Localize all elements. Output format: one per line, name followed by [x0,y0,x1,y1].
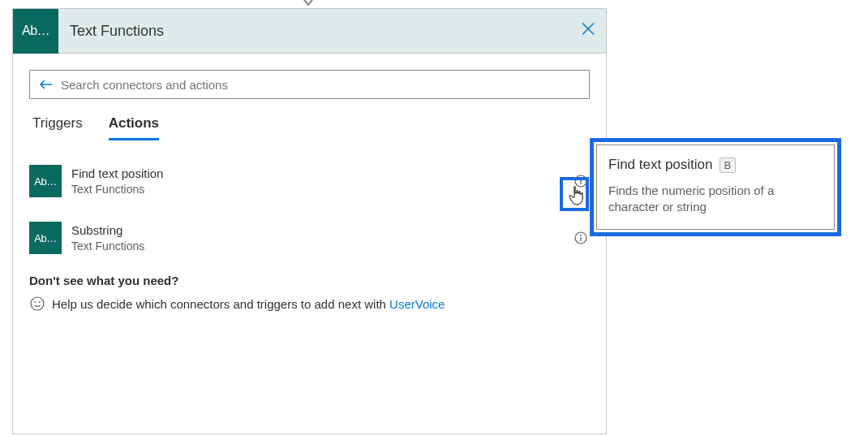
hint-text: Help us decide which connectors and trig… [52,297,445,311]
uservoice-link[interactable]: UserVoice [389,297,445,311]
action-subtitle: Text Functions [71,239,590,253]
tooltip-description: Finds the numeric position of a characte… [608,183,823,216]
smiley-icon [29,296,45,312]
text-functions-icon: Ab… [13,9,58,54]
connector-panel: Ab… Text Functions Triggers Actions Ab… … [12,8,607,434]
action-list: Ab… Find text position Text Functions Ab… [29,160,590,259]
tooltip-badge: B [720,158,737,173]
action-text: Find text position Text Functions [71,166,590,196]
hint-text-before: Help us decide which connectors and trig… [52,297,389,311]
tooltip: Find text position B Finds the numeric p… [596,145,835,230]
text-functions-icon: Ab… [29,165,62,197]
panel-header: Ab… Text Functions [13,9,606,54]
action-title: Substring [71,222,590,239]
hint-title: Don't see what you need? [29,274,590,287]
action-subtitle: Text Functions [71,182,590,196]
svg-point-4 [580,178,582,179]
info-icon[interactable] [574,231,588,245]
hint-section: Don't see what you need? Help us decide … [29,274,590,312]
svg-point-10 [34,301,36,303]
action-text: Substring Text Functions [71,222,590,253]
tooltip-title-row: Find text position B [608,157,823,173]
tab-actions[interactable]: Actions [109,115,159,140]
tooltip-highlight: Find text position B Finds the numeric p… [590,138,841,236]
info-icon[interactable] [574,174,588,188]
action-substring[interactable]: Ab… Substring Text Functions [29,217,590,259]
text-functions-icon: Ab… [29,222,62,254]
svg-point-11 [39,301,41,303]
search-box[interactable] [29,70,590,99]
back-arrow-icon[interactable] [38,76,54,93]
hint-row: Help us decide which connectors and trig… [29,296,590,312]
close-button[interactable] [582,23,595,40]
action-find-text-position[interactable]: Ab… Find text position Text Functions [29,160,590,202]
svg-point-7 [580,235,582,236]
panel-title: Text Functions [70,23,164,40]
svg-point-9 [31,297,44,310]
action-title: Find text position [71,166,590,182]
tab-triggers[interactable]: Triggers [32,115,83,140]
tooltip-title: Find text position [608,157,713,173]
tabs: Triggers Actions [29,115,590,140]
panel-body: Triggers Actions Ab… Find text position … [13,54,606,328]
search-input[interactable] [61,78,581,92]
